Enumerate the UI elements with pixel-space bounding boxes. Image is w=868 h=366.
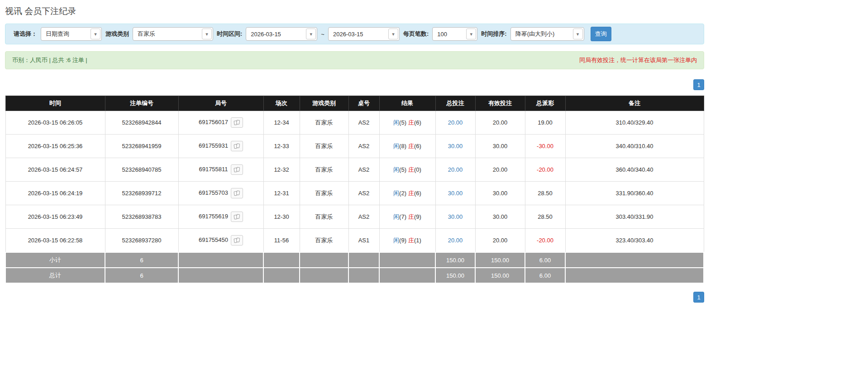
summary-empty-cell xyxy=(300,252,348,268)
cell-result: 闲(5)庄(6) xyxy=(379,111,435,135)
cell-payout: -20.00 xyxy=(525,158,565,182)
game-type-dropdown[interactable]: 百家乐 ▾ xyxy=(133,27,213,41)
result-banker-label: 庄 xyxy=(408,143,414,149)
summary-empty-cell xyxy=(379,252,435,268)
cards-icon xyxy=(234,214,240,220)
result-player-value: (5) xyxy=(399,119,406,126)
cell-note: 310.40/329.40 xyxy=(565,111,704,135)
total-bet-link[interactable]: 30.00 xyxy=(448,143,463,149)
notice-text: 同局有效投注，统一计算在该局第一张注单内 xyxy=(579,56,697,64)
cell-table-number: AS2 xyxy=(348,158,379,182)
summary-empty-cell xyxy=(300,268,348,283)
date-range-separator: ~ xyxy=(321,31,324,38)
result-player-value: (8) xyxy=(399,143,406,149)
round-id-text: 691755450 xyxy=(199,236,228,243)
cell-valid-bet: 30.00 xyxy=(475,135,525,158)
result-banker-value: (6) xyxy=(414,119,421,126)
bet-records-table: 时间注单编号局号场次游戏类别桌号结果总投注有效投注总派彩备注 2026-03-1… xyxy=(5,96,704,284)
page-container: 视讯 会员下注纪录 请选择： 日期查询 ▾ 游戏类别 百家乐 ▾ 时间区间: 2… xyxy=(5,0,704,303)
date-to-dropdown[interactable]: 2026-03-15 ▾ xyxy=(328,27,400,41)
cell-time: 2026-03-15 06:22:58 xyxy=(5,229,105,253)
cell-game-type: 百家乐 xyxy=(300,158,348,182)
date-from-dropdown[interactable]: 2026-03-15 ▾ xyxy=(246,27,317,41)
cell-total-bet: 20.00 xyxy=(435,111,475,135)
total-bet-link[interactable]: 20.00 xyxy=(448,166,463,173)
round-id-text: 691755619 xyxy=(199,213,228,220)
cell-total-bet: 30.00 xyxy=(435,182,475,205)
cell-bet-id: 523268940785 xyxy=(105,158,178,182)
cell-round-id: 691755811 xyxy=(178,158,263,182)
sort-order-dropdown[interactable]: 降幂(由大到小) ▾ xyxy=(510,27,584,41)
date-to-value: 2026-03-15 xyxy=(333,31,363,38)
summary-label: 小计 xyxy=(5,252,105,268)
column-header: 局号 xyxy=(178,96,263,111)
column-header: 桌号 xyxy=(348,96,379,111)
page-button[interactable]: 1 xyxy=(693,292,704,303)
caret-down-icon[interactable]: ▾ xyxy=(466,29,476,39)
table-row: 2026-03-15 06:23:49 523268938783 6917556… xyxy=(5,205,704,229)
query-type-dropdown[interactable]: 日期查询 ▾ xyxy=(41,27,102,41)
caret-down-icon[interactable]: ▾ xyxy=(306,29,316,39)
cell-payout: -30.00 xyxy=(525,135,565,158)
table-header-row: 时间注单编号局号场次游戏类别桌号结果总投注有效投注总派彩备注 xyxy=(5,96,704,111)
cell-payout: 28.50 xyxy=(525,205,565,229)
result-player-value: (9) xyxy=(399,237,406,244)
search-button[interactable]: 查询 xyxy=(591,27,611,41)
cell-time: 2026-03-15 06:24:19 xyxy=(5,182,105,205)
summary-count: 6 xyxy=(105,252,178,268)
summary-empty-cell xyxy=(565,252,704,268)
summary-empty-cell xyxy=(263,268,300,283)
table-row: 2026-03-15 06:22:58 523268937280 6917554… xyxy=(5,229,704,253)
result-banker-label: 庄 xyxy=(408,213,414,220)
result-player-label: 闲 xyxy=(393,119,399,126)
column-header: 总派彩 xyxy=(525,96,565,111)
total-bet-link[interactable]: 20.00 xyxy=(448,119,463,126)
round-id-text: 691755931 xyxy=(199,142,228,149)
cell-payout: -20.00 xyxy=(525,229,565,253)
round-id-text: 691756017 xyxy=(199,119,228,125)
caret-down-icon[interactable]: ▾ xyxy=(573,29,583,39)
cell-round-id: 691755619 xyxy=(178,205,263,229)
summary-empty-cell xyxy=(348,268,379,283)
query-type-label: 请选择： xyxy=(14,30,37,38)
result-player-value: (7) xyxy=(399,213,406,220)
summary-valid-bet: 150.00 xyxy=(475,268,525,283)
page-size-dropdown[interactable]: 100 ▾ xyxy=(432,27,477,41)
result-banker-value: (0) xyxy=(414,166,421,173)
caret-down-icon[interactable]: ▾ xyxy=(91,29,100,39)
result-player-label: 闲 xyxy=(393,190,399,197)
pagination-bottom: 1 xyxy=(5,292,704,303)
summary-row: 小计 6 150.00 150.00 6.00 xyxy=(5,252,704,268)
view-cards-button[interactable] xyxy=(231,141,243,151)
info-bar: 币别：人民币 | 总共 :6 注单 | 同局有效投注，统一计算在该局第一张注单内 xyxy=(5,51,704,69)
view-cards-button[interactable] xyxy=(231,188,243,198)
cell-valid-bet: 20.00 xyxy=(475,158,525,182)
view-cards-button[interactable] xyxy=(231,212,243,222)
result-player-label: 闲 xyxy=(393,166,399,173)
view-cards-button[interactable] xyxy=(231,164,243,175)
summary-valid-bet: 150.00 xyxy=(475,252,525,268)
total-bet-link[interactable]: 30.00 xyxy=(448,213,463,220)
cell-result: 闲(2)庄(6) xyxy=(379,182,435,205)
page-button[interactable]: 1 xyxy=(693,79,704,90)
cell-round-id: 691755450 xyxy=(178,229,263,253)
caret-down-icon[interactable]: ▾ xyxy=(202,29,212,39)
cell-game-type: 百家乐 xyxy=(300,135,348,158)
caret-down-icon[interactable]: ▾ xyxy=(388,29,398,39)
summary-total-bet: 150.00 xyxy=(435,268,475,283)
cell-note: 303.40/331.90 xyxy=(565,205,704,229)
cards-icon xyxy=(234,120,240,125)
summary-empty-cell xyxy=(178,268,263,283)
view-cards-button[interactable] xyxy=(231,235,243,246)
column-header: 结果 xyxy=(379,96,435,111)
total-bet-link[interactable]: 30.00 xyxy=(448,190,463,197)
cell-result: 闲(8)庄(6) xyxy=(379,135,435,158)
pagination-top: 1 xyxy=(5,79,704,90)
column-header: 场次 xyxy=(263,96,300,111)
cell-table-number: AS2 xyxy=(348,182,379,205)
view-cards-button[interactable] xyxy=(231,117,243,128)
total-bet-link[interactable]: 20.00 xyxy=(448,237,463,244)
result-banker-value: (9) xyxy=(414,213,421,220)
cell-time: 2026-03-15 06:24:57 xyxy=(5,158,105,182)
cell-bet-id: 523268939712 xyxy=(105,182,178,205)
